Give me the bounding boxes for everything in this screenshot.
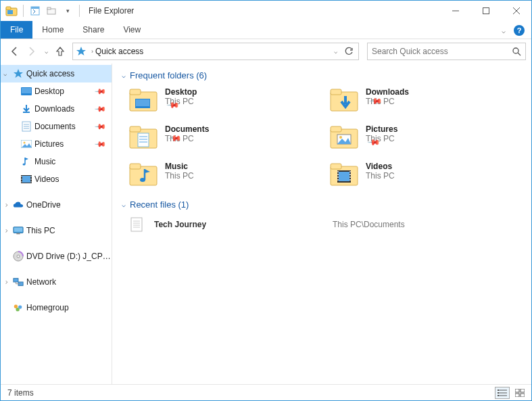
refresh-button[interactable] (342, 45, 356, 58)
ribbon-expand-icon[interactable]: ⌵ (502, 27, 506, 34)
maximize-button[interactable] (470, 1, 501, 20)
ribbon-tab-home[interactable]: Home (32, 21, 73, 39)
view-thumbnails-button[interactable] (512, 387, 527, 399)
svg-point-24 (23, 164, 26, 166)
minimize-button[interactable] (440, 1, 470, 20)
folder-downloads-icon (329, 86, 359, 113)
svg-rect-73 (349, 174, 351, 175)
music-icon (21, 156, 32, 167)
body: ⌵ Quick access Desktop 📌 Downloads 📌 Doc… (1, 64, 531, 384)
search-icon[interactable] (512, 47, 521, 56)
recent-file-item[interactable]: Tech Journey This PC\Documents (128, 215, 522, 234)
svg-rect-6 (47, 7, 51, 9)
recent-files-list: Tech Journey This PC\Documents (128, 215, 522, 234)
search-input[interactable] (372, 47, 512, 56)
pin-icon: 📌 (93, 85, 106, 97)
ribbon-tab-file[interactable]: File (1, 21, 32, 39)
svg-rect-87 (515, 389, 519, 392)
folder-desktop-icon (128, 86, 158, 113)
folder-item-music[interactable]: Music This PC (128, 160, 321, 187)
nav-item-videos[interactable]: Videos (1, 170, 112, 188)
nav-item-network[interactable]: ⌵ Network (1, 273, 112, 291)
tree-expand-icon[interactable]: ⌵ (2, 204, 9, 207)
view-details-button[interactable] (495, 387, 510, 399)
nav-item-quickaccess[interactable]: ⌵ Quick access (1, 65, 112, 82)
ribbon-tab-share[interactable]: Share (73, 21, 114, 39)
app-icon (5, 4, 18, 18)
separator (79, 5, 80, 17)
folder-item-desktop[interactable]: Desktop This PC 📌 (128, 86, 321, 118)
breadcrumb-chevron-icon[interactable]: › (89, 48, 95, 55)
frequent-folders-grid: Desktop This PC 📌 Downloads This PC 📌 Do… (128, 86, 522, 187)
window-title: File Explorer (89, 6, 134, 16)
svg-rect-29 (21, 181, 22, 183)
close-button[interactable] (501, 1, 531, 20)
group-header-recent[interactable]: ⌵ Recent files (1) (122, 199, 522, 210)
nav-recent-dropdown[interactable]: ⌵ (41, 43, 51, 60)
nav-up-button[interactable] (52, 43, 68, 60)
nav-label: Quick access (26, 69, 112, 78)
svg-rect-72 (349, 171, 351, 172)
folder-item-pictures[interactable]: Pictures This PC 📌 (329, 123, 522, 155)
nav-item-pictures[interactable]: Pictures 📌 (1, 135, 112, 153)
svg-point-44 (16, 308, 19, 311)
nav-back-button[interactable] (6, 43, 22, 60)
folder-item-videos[interactable]: Videos This PC (329, 160, 522, 187)
ribbon-tab-view[interactable]: View (114, 21, 150, 39)
address-bar[interactable]: › Quick access ⌵ (72, 43, 359, 60)
nav-item-homegroup[interactable]: Homegroup (1, 299, 112, 316)
svg-rect-27 (21, 176, 22, 177)
file-icon (128, 217, 145, 232)
svg-rect-74 (349, 176, 351, 178)
content-pane[interactable]: ⌵ Frequent folders (6) Desktop This PC 📌… (112, 64, 531, 384)
group-title: Recent files (1) (130, 199, 189, 210)
svg-rect-28 (21, 179, 22, 180)
collapse-icon[interactable]: ⌵ (122, 201, 126, 208)
nav-item-onedrive[interactable]: ⌵ OneDrive (1, 196, 112, 214)
qat-newfolder-icon[interactable] (45, 4, 58, 18)
desktop-icon (21, 86, 32, 97)
address-bar-row: ⌵ › Quick access ⌵ (1, 39, 531, 64)
search-box[interactable] (367, 43, 526, 60)
svg-rect-35 (16, 233, 20, 235)
svg-rect-50 (331, 89, 341, 95)
svg-rect-90 (521, 394, 525, 397)
videos-icon (21, 174, 32, 185)
svg-rect-4 (31, 7, 39, 9)
nav-item-downloads[interactable]: Downloads 📌 (1, 100, 112, 118)
group-header-frequent[interactable]: ⌵ Frequent folders (6) (122, 70, 522, 80)
tree-expand-icon[interactable]: ⌵ (2, 281, 9, 284)
svg-rect-26 (22, 176, 30, 183)
qat-properties-icon[interactable] (28, 4, 42, 18)
status-bar: 7 items (1, 384, 531, 400)
svg-rect-38 (14, 279, 18, 282)
svg-rect-31 (30, 179, 32, 180)
tree-expand-icon[interactable]: ⌵ (2, 229, 9, 233)
address-history-icon[interactable]: ⌵ (332, 48, 339, 55)
nav-forward-button[interactable] (24, 43, 40, 60)
svg-rect-76 (131, 218, 142, 231)
svg-point-23 (24, 142, 26, 144)
pictures-icon (21, 139, 32, 149)
folder-item-downloads[interactable]: Downloads This PC 📌 (329, 86, 522, 118)
nav-item-thispc[interactable]: ⌵ This PC (1, 222, 112, 239)
nav-item-dvd[interactable]: DVD Drive (D:) J_CPRA (1, 247, 112, 265)
nav-item-desktop[interactable]: Desktop 📌 (1, 82, 112, 100)
quick-access-toolbar: ▾ File Explorer (1, 4, 134, 18)
nav-item-documents[interactable]: Documents 📌 (1, 118, 112, 135)
collapse-icon[interactable]: ⌵ (122, 72, 126, 79)
svg-marker-11 (76, 47, 86, 55)
svg-rect-53 (138, 133, 149, 147)
navigation-pane[interactable]: ⌵ Quick access Desktop 📌 Downloads 📌 Doc… (1, 64, 112, 384)
nav-item-music[interactable]: Music (1, 153, 112, 170)
breadcrumb-location[interactable]: Quick access (95, 47, 332, 56)
folder-pictures-icon (329, 123, 359, 150)
homegroup-icon (13, 302, 24, 313)
help-icon[interactable]: ? (514, 25, 525, 36)
svg-rect-1 (6, 7, 11, 9)
svg-point-12 (513, 48, 518, 53)
folder-item-documents[interactable]: Documents This PC 📌 (128, 123, 321, 155)
qat-customize-icon[interactable]: ▾ (61, 4, 74, 18)
tree-expand-icon[interactable]: ⌵ (3, 70, 7, 77)
separator (23, 5, 24, 17)
